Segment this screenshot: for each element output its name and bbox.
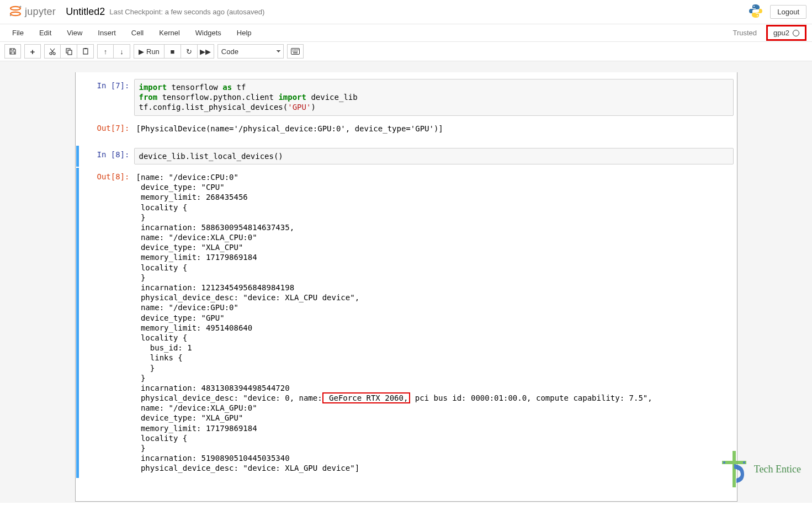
svg-point-0 bbox=[10, 7, 20, 10]
copy-button[interactable] bbox=[61, 44, 77, 59]
svg-rect-17 bbox=[295, 50, 296, 51]
output-prompt: Out[8]: bbox=[79, 170, 134, 476]
paste-button[interactable] bbox=[77, 44, 94, 59]
save-button[interactable] bbox=[4, 44, 21, 59]
menu-help[interactable]: Help bbox=[229, 24, 259, 41]
checkpoint-status: Last Checkpoint: a few seconds ago (auto… bbox=[109, 8, 264, 16]
fast-forward-icon: ▶▶ bbox=[200, 47, 211, 56]
paste-icon bbox=[82, 47, 89, 55]
add-cell-button[interactable]: + bbox=[24, 44, 41, 59]
svg-rect-23 bbox=[296, 51, 298, 52]
toolbar: + ↑ ↓ ▶ Run ■ ↻ ▶▶ Code bbox=[0, 42, 812, 61]
menubar: File Edit View Insert Cell Kernel Widget… bbox=[0, 24, 726, 41]
code-cell[interactable]: In [8]: device_lib.list_local_devices() bbox=[76, 146, 734, 167]
python-icon bbox=[748, 3, 763, 20]
menu-view[interactable]: View bbox=[59, 24, 90, 41]
restart-icon: ↻ bbox=[186, 47, 192, 56]
svg-rect-18 bbox=[296, 50, 298, 51]
code-cell[interactable]: In [7]: import tensorflow as tf from ten… bbox=[79, 77, 734, 118]
svg-rect-20 bbox=[293, 51, 294, 52]
output-cell: Out[8]: [name: "/device:CPU:0" device_ty… bbox=[76, 168, 734, 478]
output-prompt: Out[7]: bbox=[79, 121, 134, 136]
svg-rect-13 bbox=[84, 48, 87, 49]
cut-button[interactable] bbox=[44, 44, 61, 59]
menu-edit[interactable]: Edit bbox=[31, 24, 59, 41]
logout-button[interactable]: Logout bbox=[770, 5, 806, 19]
svg-point-1 bbox=[10, 12, 20, 15]
run-button[interactable]: ▶ Run bbox=[134, 44, 164, 59]
keyboard-icon bbox=[291, 48, 300, 55]
svg-rect-16 bbox=[294, 50, 295, 51]
menu-cell[interactable]: Cell bbox=[124, 24, 151, 41]
svg-rect-21 bbox=[294, 51, 295, 52]
kernel-status-icon bbox=[793, 30, 799, 36]
highlighted-gpu-name: GeForce RTX 2060, bbox=[322, 392, 411, 403]
svg-rect-11 bbox=[68, 50, 72, 55]
input-prompt: In [7]: bbox=[79, 79, 134, 116]
svg-rect-15 bbox=[292, 50, 293, 51]
trusted-indicator[interactable]: Trusted bbox=[726, 26, 763, 40]
notebook-container: In [7]: import tensorflow as tf from ten… bbox=[75, 72, 737, 502]
svg-point-4 bbox=[753, 6, 755, 7]
move-down-button[interactable]: ↓ bbox=[114, 44, 130, 59]
svg-point-3 bbox=[10, 15, 11, 16]
arrow-down-icon: ↓ bbox=[120, 47, 124, 56]
run-label: Run bbox=[146, 47, 160, 56]
menu-insert[interactable]: Insert bbox=[90, 24, 124, 41]
svg-point-2 bbox=[19, 6, 21, 7]
svg-rect-22 bbox=[295, 51, 296, 52]
code-input-area[interactable]: device_lib.list_local_devices() bbox=[134, 148, 734, 164]
copy-icon bbox=[65, 47, 73, 55]
cut-icon bbox=[49, 47, 56, 55]
notebook-header: jupyter Untitled2 Last Checkpoint: a few… bbox=[0, 0, 812, 24]
output-text: [PhysicalDevice(name='/physical_device:G… bbox=[134, 121, 734, 136]
kernel-name: gpu2 bbox=[773, 29, 789, 37]
menu-file[interactable]: File bbox=[4, 24, 31, 41]
svg-rect-12 bbox=[83, 49, 88, 54]
arrow-up-icon: ↑ bbox=[104, 47, 108, 56]
interrupt-button[interactable]: ■ bbox=[164, 44, 181, 59]
restart-run-all-button[interactable]: ▶▶ bbox=[198, 44, 214, 59]
play-icon: ▶ bbox=[139, 47, 144, 56]
menu-kernel[interactable]: Kernel bbox=[151, 24, 188, 41]
menu-widgets[interactable]: Widgets bbox=[188, 24, 229, 41]
move-up-button[interactable]: ↑ bbox=[97, 44, 114, 59]
svg-rect-24 bbox=[293, 52, 298, 54]
logo-text: jupyter bbox=[25, 6, 56, 18]
command-palette-button[interactable] bbox=[287, 44, 304, 59]
code-input-area[interactable]: import tensorflow as tf from tensorflow.… bbox=[134, 79, 734, 116]
save-icon bbox=[9, 47, 17, 55]
jupyter-logo[interactable]: jupyter bbox=[8, 4, 56, 20]
output-text: [name: "/device:CPU:0" device_type: "CPU… bbox=[134, 170, 734, 476]
stop-icon: ■ bbox=[170, 47, 174, 56]
restart-button[interactable]: ↻ bbox=[181, 44, 198, 59]
cell-type-select[interactable]: Code bbox=[217, 44, 284, 59]
notebook-scroll-area[interactable]: In [7]: import tensorflow as tf from ten… bbox=[0, 61, 812, 503]
kernel-indicator[interactable]: gpu2 bbox=[766, 25, 806, 41]
svg-point-5 bbox=[757, 15, 758, 16]
output-cell: Out[7]: [PhysicalDevice(name='/physical_… bbox=[79, 119, 734, 138]
svg-rect-19 bbox=[298, 50, 299, 51]
jupyter-icon bbox=[8, 4, 23, 20]
notebook-name[interactable]: Untitled2 bbox=[66, 6, 105, 18]
menubar-row: File Edit View Insert Cell Kernel Widget… bbox=[0, 24, 812, 42]
plus-icon: + bbox=[30, 47, 35, 56]
input-prompt: In [8]: bbox=[79, 148, 134, 164]
